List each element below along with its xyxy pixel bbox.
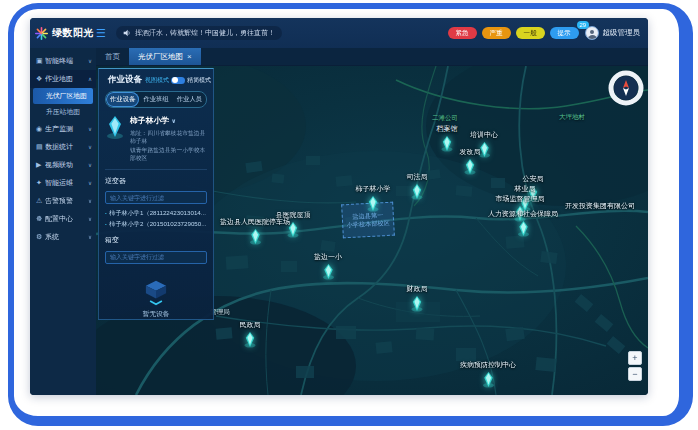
map-marker[interactable]: 财政局 xyxy=(407,284,428,312)
tab-pv-map-label: 光伏厂区地图 xyxy=(138,52,183,62)
map-marker[interactable]: 人力资源和社会保障局 xyxy=(488,209,558,237)
sidebar-item-icon: ⚠ xyxy=(36,197,45,205)
panel-subtab[interactable]: 作业人员 xyxy=(173,92,206,107)
inverter-list-item[interactable]: 柿子林小学2（201501023729050... xyxy=(105,218,207,229)
map-marker-label: 发改局 xyxy=(460,147,481,157)
chevron-icon: ∨ xyxy=(88,144,92,150)
chevron-icon: ∨ xyxy=(88,180,92,186)
map-marker-label: 盐边一小 xyxy=(314,252,342,262)
map-marker-pin-icon xyxy=(464,158,477,175)
map-marker-label: 柿子林小学 xyxy=(356,184,391,194)
sidebar-item-label: 视频联动 xyxy=(45,160,88,170)
announcement-bar: 挥洒汗水，铸就辉煌！中国健儿，勇往直前！ xyxy=(116,26,282,40)
user-area[interactable]: 29 超级管理员 xyxy=(585,26,641,40)
sidebar-item-icon: ⚙ xyxy=(36,233,45,241)
sidebar-item[interactable]: ⚠ 告警预警 ∨ xyxy=(30,192,96,210)
mode-toggle-switch[interactable] xyxy=(171,77,185,84)
work-device-panel: 作业设备 视图模式 精简模式 作业设备 作业班组 作业人员 xyxy=(98,68,214,320)
sidebar-item-icon: ◉ xyxy=(36,125,45,133)
sidebar-item[interactable]: ◉ 生产监测 ∨ xyxy=(30,120,96,138)
map-marker[interactable]: 发改局 xyxy=(460,147,481,175)
map-marker-pin-icon xyxy=(249,228,262,245)
panel-title: 作业设备 xyxy=(108,74,142,86)
map-marker-pin-icon xyxy=(441,135,454,152)
page-background: 绿数阳光 ☰ 挥洒汗水，铸就辉煌！中国健儿，勇往直前！ 紧急 严重 一般 xyxy=(0,0,698,430)
school-area-label-line2: 小学校本部校区 xyxy=(346,219,390,229)
simple-mode-label[interactable]: 精简模式 xyxy=(187,76,211,85)
sidebar-item[interactable]: ✦ 智能运维 ∨ xyxy=(30,174,96,192)
transformer-section-label: 箱变 xyxy=(105,235,207,245)
app-window: 绿数阳光 ☰ 挥洒汗水，铸就辉煌！中国健儿，勇往直前！ 紧急 严重 一般 xyxy=(30,18,648,395)
close-icon[interactable]: × xyxy=(187,52,192,61)
map-marker[interactable]: 盐边一小 xyxy=(314,252,342,280)
inverter-filter-input[interactable] xyxy=(105,191,207,204)
sidebar-item-label: 告警预警 xyxy=(45,196,88,206)
zoom-in-button[interactable]: + xyxy=(628,351,642,365)
announcement-text: 挥洒汗水，铸就辉煌！中国健儿，勇往直前！ xyxy=(135,28,275,38)
map-marker[interactable]: 开发投资集团有限公司 xyxy=(565,201,635,212)
alarm-badge[interactable]: 紧急 xyxy=(448,27,477,40)
avatar[interactable] xyxy=(585,26,599,40)
alarm-badges: 紧急 严重 一般 提示 xyxy=(448,27,579,40)
map-marker-label: 档案馆 xyxy=(437,124,458,134)
inverter-list-item[interactable]: 柿子林小学1（281122423013014... xyxy=(105,207,207,218)
map-marker[interactable]: 司法局 xyxy=(407,172,428,200)
map-marker-label: 人力资源和社会保障局 xyxy=(488,209,558,219)
alarm-badge[interactable]: 严重 xyxy=(482,27,511,40)
app-logo: 绿数阳光 xyxy=(30,26,94,40)
sidebar-item-icon: ▤ xyxy=(36,143,45,151)
map-marker-label: 财政局 xyxy=(407,284,428,294)
sidebar-item-icon: ▣ xyxy=(36,57,45,65)
panel-title-accent xyxy=(104,76,107,84)
chevron-down-icon: ∨ xyxy=(171,118,176,124)
panel-subtab[interactable]: 作业班组 xyxy=(139,92,172,107)
sidebar-item-label: 系统 xyxy=(45,232,88,242)
chevron-icon: ∨ xyxy=(88,216,92,222)
map-area-label: 大坪地村 xyxy=(559,113,585,122)
map-marker[interactable]: 档案馆 xyxy=(437,124,458,152)
map-marker[interactable]: 盐边县人民医院停车场 xyxy=(220,217,290,245)
chevron-icon: ∨ xyxy=(88,126,92,132)
map-zoom-controls: + − xyxy=(628,351,642,381)
zoom-out-button[interactable]: − xyxy=(628,367,642,381)
view-mode-label[interactable]: 视图模式 xyxy=(145,76,169,85)
sidebar-item-label: 智能终端 xyxy=(45,56,88,66)
mode-toggle-group: 视图模式 精简模式 xyxy=(145,76,211,85)
speaker-icon xyxy=(123,29,131,37)
sidebar-item-icon: ▶ xyxy=(36,161,45,169)
sidebar-item[interactable]: ▤ 数据统计 ∨ xyxy=(30,138,96,156)
alarm-badge[interactable]: 提示 xyxy=(550,27,579,40)
map-marker-pin-icon xyxy=(411,295,424,312)
logo-text: 绿数阳光 xyxy=(52,26,94,40)
tab-pv-map[interactable]: 光伏厂区地图 × xyxy=(129,48,201,65)
sidebar-item[interactable]: 升压站地图 xyxy=(30,104,96,120)
map-marker-label: 民政局 xyxy=(240,320,261,330)
sidebar-item[interactable]: ❖ 作业地图 ∧ xyxy=(30,70,96,88)
sidebar-item[interactable]: ▣ 智能终端 ∨ xyxy=(30,52,96,70)
map-marker-pin-icon xyxy=(322,263,335,280)
sidebar-item[interactable]: ⚙ 系统 ∨ xyxy=(30,228,96,246)
user-role-label: 超级管理员 xyxy=(603,28,641,38)
panel-subtab[interactable]: 作业设备 xyxy=(106,92,139,107)
station-dropdown[interactable]: 柿子林小学 ∨ xyxy=(130,115,207,126)
sidebar-item[interactable]: ▶ 视频联动 ∨ xyxy=(30,156,96,174)
sidebar-item-label: 升压站地图 xyxy=(46,107,80,117)
map-marker-pin-icon xyxy=(482,371,495,388)
empty-box-icon xyxy=(139,274,173,306)
compass-widget[interactable] xyxy=(608,70,644,106)
chevron-icon: ∨ xyxy=(88,58,92,64)
tab-home[interactable]: 首页 xyxy=(96,48,129,65)
map-marker[interactable]: 疾病预防控制中心 xyxy=(460,360,516,388)
sidebar-item[interactable]: ☸ 配置中心 ∨ xyxy=(30,210,96,228)
map-marker[interactable]: 柿子林小学 xyxy=(356,184,391,212)
sidebar-item-label: 数据统计 xyxy=(45,142,88,152)
alarm-badge[interactable]: 一般 xyxy=(516,27,545,40)
collapse-menu-icon[interactable]: ☰ xyxy=(96,27,106,40)
sidebar-item[interactable]: 光伏厂区地图 xyxy=(33,88,93,104)
sidebar-item-label: 生产监测 xyxy=(45,124,88,134)
station-name: 柿子林小学 xyxy=(130,116,169,125)
map-marker[interactable]: 民政局 xyxy=(240,320,261,348)
sidebar-item-icon: ✦ xyxy=(36,179,45,187)
transformer-filter-input[interactable] xyxy=(105,251,207,264)
map-marker-label: 市场监督管理局 xyxy=(496,194,545,204)
